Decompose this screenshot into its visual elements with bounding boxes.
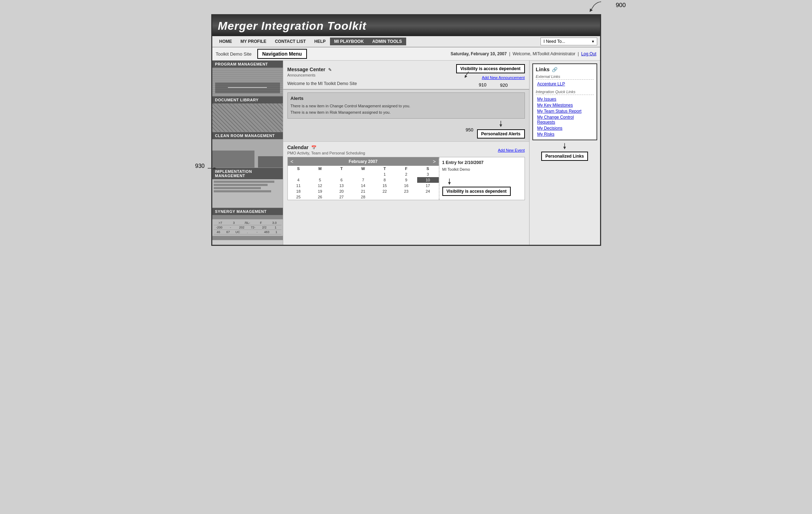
cal-day-s2: S bbox=[417, 166, 439, 171]
cal-cell[interactable]: 11 bbox=[288, 183, 309, 188]
add-announcement-link[interactable]: Add New Announcement bbox=[482, 75, 525, 80]
cal-cell[interactable]: 22 bbox=[374, 188, 396, 194]
sidebar-title-document: DOCUMENT LIBRARY bbox=[212, 96, 283, 103]
page-wrapper: 900 930 Merger Integration Toolkit bbox=[211, 14, 601, 246]
cal-cell[interactable]: 7 bbox=[352, 177, 374, 183]
sidebar-section-implementation[interactable]: IMPLEMENTATION MANAGEMENT bbox=[212, 168, 283, 208]
calendar-prev-btn[interactable]: < bbox=[289, 159, 295, 164]
cal-day-t2: T bbox=[374, 166, 396, 171]
ref-900-arrow bbox=[576, 0, 605, 19]
cal-cell[interactable]: 13 bbox=[331, 183, 352, 188]
nav-help[interactable]: HELP bbox=[310, 38, 330, 45]
cal-cell[interactable]: 3 bbox=[417, 171, 439, 177]
sidebar-title-implementation: IMPLEMENTATION MANAGEMENT bbox=[212, 168, 283, 179]
visibility-callout-2: Visibility is access dependent bbox=[442, 187, 511, 196]
cal-cell[interactable] bbox=[417, 194, 439, 200]
cal-week-3: 11 12 13 14 15 16 17 bbox=[288, 183, 439, 188]
alerts-section: 920 Alerts There is a new item in Change… bbox=[283, 89, 529, 142]
cal-cell[interactable] bbox=[374, 194, 396, 200]
app-title: Merger Integration Toolkit bbox=[218, 19, 367, 32]
center-content: Message Center ✎ Announcements Visibilit… bbox=[283, 61, 529, 245]
cal-cell[interactable]: 12 bbox=[309, 183, 331, 188]
svg-line-1 bbox=[465, 72, 469, 77]
link-team-status[interactable]: My Team Status Report bbox=[536, 108, 594, 114]
message-center-title: Message Center bbox=[287, 67, 325, 72]
sidebar-section-cleanroom[interactable]: CLEAN ROOM MANAGEMENT bbox=[212, 132, 283, 168]
cal-cell[interactable]: 24 bbox=[417, 188, 439, 194]
date-text: Saturday, February 10, 2007 bbox=[450, 51, 507, 56]
cal-cell[interactable]: 21 bbox=[352, 188, 374, 194]
cal-cell-today[interactable]: 10 bbox=[417, 177, 439, 183]
calendar-area: < February 2007 > S M T bbox=[287, 157, 525, 200]
cal-cell[interactable] bbox=[396, 194, 417, 200]
sidebar-section-program[interactable]: PROGRAM MANAGEMENT bbox=[212, 61, 283, 96]
link-risks[interactable]: My Risks bbox=[536, 131, 594, 137]
calendar-title: Calendar bbox=[287, 145, 309, 150]
calendar-events: 1 Entry for 2/10/2007 MI Toolkit Demo bbox=[439, 157, 525, 200]
sidebar-section-synergy[interactable]: SYNERGY MANAGEMENT >7 3 /6L- F 3.0 bbox=[212, 208, 283, 240]
cal-cell[interactable] bbox=[331, 171, 352, 177]
events-title: 1 Entry for 2/10/2007 bbox=[442, 160, 522, 165]
alerts-title: Alerts bbox=[291, 96, 522, 101]
cal-cell[interactable] bbox=[309, 171, 331, 177]
cal-cell[interactable]: 23 bbox=[396, 188, 417, 194]
link-change-control[interactable]: My Change Control Requests bbox=[536, 114, 594, 125]
ref-950: 950 bbox=[466, 127, 474, 132]
cal-cell[interactable] bbox=[288, 171, 309, 177]
add-event-link[interactable]: Add New Event bbox=[498, 148, 525, 152]
alerts-box: Alerts There is a new item in Change Con… bbox=[287, 92, 525, 119]
personalized-links-area: Personalized Links bbox=[532, 143, 597, 161]
need-to-label: I Need To... bbox=[544, 39, 565, 44]
nav-contactlist[interactable]: CONTACT LIST bbox=[271, 38, 310, 45]
cal-cell[interactable]: 9 bbox=[396, 177, 417, 183]
cal-cell[interactable]: 14 bbox=[352, 183, 374, 188]
logout-link[interactable]: Log Out bbox=[581, 51, 597, 56]
link-my-issues[interactable]: My Issues bbox=[536, 96, 594, 102]
link-accenture[interactable]: Accenture LLP bbox=[536, 81, 594, 87]
cal-cell[interactable]: 8 bbox=[374, 177, 396, 183]
event-item-1[interactable]: MI Toolkit Demo bbox=[442, 167, 522, 171]
cal-day-f: F bbox=[396, 166, 417, 171]
cal-cell[interactable]: 2 bbox=[396, 171, 417, 177]
nav-bar: HOME MY PROFILE CONTACT LIST HELP MI PLA… bbox=[212, 36, 600, 47]
cal-cell[interactable]: 28 bbox=[352, 194, 374, 200]
cal-cell[interactable]: 15 bbox=[374, 183, 396, 188]
link-key-milestones[interactable]: My Key Milestones bbox=[536, 102, 594, 108]
calendar-next-btn[interactable]: > bbox=[431, 159, 437, 164]
nav-menu-badge[interactable]: Navigation Menu bbox=[257, 49, 307, 59]
cal-cell[interactable]: 18 bbox=[288, 188, 309, 194]
calendar-subtitle: PMO Activity, Team and Personal Scheduli… bbox=[287, 151, 365, 155]
cal-cell[interactable]: 27 bbox=[331, 194, 352, 200]
cal-cell[interactable]: 16 bbox=[396, 183, 417, 188]
cal-cell[interactable] bbox=[352, 171, 374, 177]
cal-cell[interactable]: 26 bbox=[309, 194, 331, 200]
ref-900: 900 bbox=[616, 2, 626, 9]
cal-week-1: 1 2 3 bbox=[288, 171, 439, 177]
visibility-callout-area-2: Visibility is access dependent bbox=[442, 179, 522, 196]
cal-cell[interactable]: 19 bbox=[309, 188, 331, 194]
ref-930: 930 bbox=[195, 163, 205, 169]
integration-links-label: Integration Quick Links bbox=[536, 90, 594, 95]
cal-cell[interactable]: 6 bbox=[331, 177, 352, 183]
alerts-callout-area: 950 Personalized Alerts bbox=[287, 121, 525, 139]
sidebar-img-synergy: >7 3 /6L- F 3.0 -200 - 202 72- bbox=[212, 215, 283, 240]
cal-cell[interactable]: 5 bbox=[309, 177, 331, 183]
message-center: Message Center ✎ Announcements Visibilit… bbox=[283, 61, 529, 89]
cal-cell[interactable]: 1 bbox=[374, 171, 396, 177]
nav-miplaybook[interactable]: MI PLAYBOOK bbox=[330, 38, 368, 45]
need-to-dropdown[interactable]: I Need To... ▾ bbox=[541, 38, 597, 45]
link-decisions[interactable]: My Decisions bbox=[536, 125, 594, 131]
cal-cell[interactable]: 20 bbox=[331, 188, 352, 194]
nav-myprofile[interactable]: MY PROFILE bbox=[236, 38, 271, 45]
cal-cell[interactable]: 25 bbox=[288, 194, 309, 200]
nav-admintools[interactable]: ADMIN TOOLS bbox=[368, 38, 406, 45]
sidebar-section-document[interactable]: DOCUMENT LIBRARY bbox=[212, 96, 283, 132]
sidebar-img-program bbox=[212, 68, 283, 96]
cal-cell[interactable]: 4 bbox=[288, 177, 309, 183]
alert-message-2: There is a new item in Risk Management a… bbox=[291, 109, 522, 116]
main-content: PROGRAM MANAGEMENT DOCUMENT LIBRARY bbox=[212, 61, 600, 245]
nav-home[interactable]: HOME bbox=[215, 38, 236, 45]
cal-day-w: W bbox=[352, 166, 374, 171]
site-label: Toolkit Demo Site bbox=[216, 51, 252, 57]
cal-cell[interactable]: 17 bbox=[417, 183, 439, 188]
